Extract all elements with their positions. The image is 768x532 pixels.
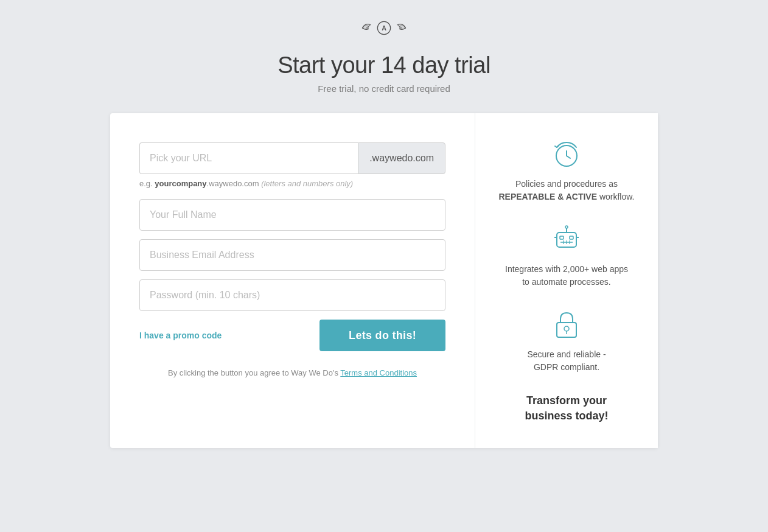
svg-point-4 [565, 226, 568, 228]
svg-point-15 [564, 326, 569, 331]
full-name-input[interactable] [139, 199, 445, 231]
clock-icon [550, 138, 584, 172]
lock-icon [550, 308, 584, 342]
url-suffix: .waywedo.com [358, 142, 445, 174]
features-section: Policies and procedures asREPEATABLE & A… [475, 113, 658, 448]
email-input[interactable] [139, 239, 445, 271]
feature-item-3: Secure and reliable -GDPR compliant. [527, 308, 606, 374]
url-hint: e.g. yourcompany.waywedo.com (letters an… [139, 179, 445, 188]
logo: A [360, 17, 408, 41]
url-hint-italic: (letters and numbers only) [261, 179, 353, 188]
feature-item-2: Integrates with 2,000+ web appsto automa… [505, 223, 628, 289]
feature-item-1: Policies and procedures asREPEATABLE & A… [499, 138, 635, 203]
svg-rect-14 [557, 323, 576, 337]
feature-text-2: Integrates with 2,000+ web appsto automa… [505, 263, 628, 289]
password-input[interactable] [139, 279, 445, 311]
url-input[interactable] [139, 142, 358, 174]
robot-icon [550, 223, 584, 257]
terms-text: By clicking the button you agree to Way … [139, 368, 445, 377]
url-hint-domain: .waywedo.com [207, 179, 259, 188]
terms-link[interactable]: Terms and Conditions [340, 368, 417, 377]
svg-rect-5 [557, 233, 576, 247]
svg-text:A: A [382, 24, 386, 32]
header-area: A Start your 14 day trial Free trial, no… [0, 0, 768, 113]
terms-prefix: By clicking the button you agree to Way … [168, 368, 340, 377]
submit-button[interactable]: Lets do this! [319, 320, 445, 351]
page-title: Start your 14 day trial [278, 52, 490, 79]
feature-item-4: Transform yourbusiness today! [525, 393, 608, 424]
page-subtitle: Free trial, no credit card required [318, 83, 450, 94]
feature-cta-text: Transform yourbusiness today! [525, 393, 608, 424]
url-hint-bold: yourcompany [155, 179, 206, 188]
feature-text-1: Policies and procedures asREPEATABLE & A… [499, 178, 635, 203]
form-section: .waywedo.com e.g. yourcompany.waywedo.co… [110, 113, 475, 448]
feature-text-3: Secure and reliable -GDPR compliant. [527, 348, 606, 374]
url-input-row: .waywedo.com [139, 142, 445, 174]
promo-link[interactable]: I have a promo code [139, 331, 222, 340]
main-card: .waywedo.com e.g. yourcompany.waywedo.co… [110, 113, 658, 448]
svg-rect-6 [560, 236, 564, 239]
form-bottom: I have a promo code Lets do this! [139, 320, 445, 351]
svg-rect-7 [570, 236, 573, 239]
